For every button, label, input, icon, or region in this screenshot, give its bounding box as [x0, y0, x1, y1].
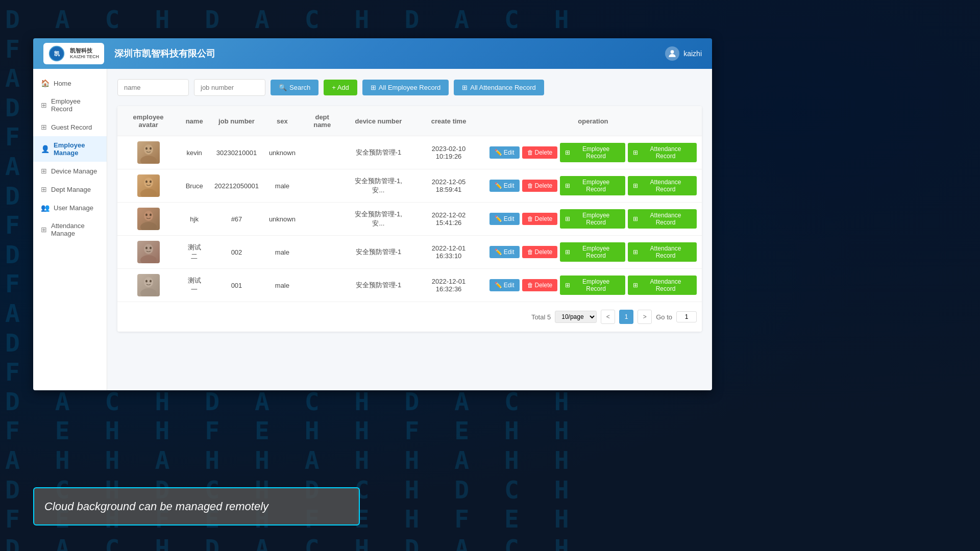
cell-device-number: 安全预防管理-1,安... — [344, 203, 413, 236]
delete-button-3[interactable]: 🗑 Delete — [522, 246, 558, 258]
delete-button-1[interactable]: 🗑 Delete — [522, 180, 558, 192]
emp-record-icon-3: ⊞ — [565, 248, 570, 256]
cell-create-time: 2022-12-01 16:33:10 — [413, 236, 484, 269]
pagination: Total 5 10/page 20/page 50/page < 1 > Go… — [117, 302, 702, 332]
sidebar-item-home[interactable]: 🏠 Home — [33, 74, 107, 92]
svg-text:凯: 凯 — [54, 51, 60, 57]
cell-operations: ✏️ Edit 🗑 Delete ⊞ Employee Record ⊞ Att… — [484, 169, 702, 203]
all-attendance-record-button[interactable]: ⊞ All Attendance Record — [454, 80, 544, 95]
edit-button-4[interactable]: ✏️ Edit — [489, 279, 520, 291]
cell-dept-name — [301, 203, 344, 236]
home-icon: 🏠 — [41, 79, 50, 87]
user-area: kaizhi — [665, 46, 702, 61]
employee-record-button-1[interactable]: ⊞ Employee Record — [560, 176, 625, 195]
body: 🏠 Home ⊞ Employee Record ⊞ Guest Record … — [33, 69, 712, 390]
notification-bar: Cloud background can be managed remotely — [33, 487, 360, 525]
sidebar-item-guest-record[interactable]: ⊞ Guest Record — [33, 118, 107, 136]
attendance-manage-icon: ⊞ — [41, 226, 47, 234]
page-1-button[interactable]: 1 — [619, 310, 633, 324]
table-row: kevin 30230210001 unknown 安全预防管理-1 2023-… — [117, 136, 702, 169]
guest-record-icon: ⊞ — [41, 123, 47, 131]
sidebar-device-manage-label: Device Manage — [51, 167, 97, 175]
name-input[interactable] — [117, 79, 189, 96]
cell-sex: male — [264, 169, 301, 203]
att-record-icon-3: ⊞ — [633, 248, 638, 256]
delete-button-4[interactable]: 🗑 Delete — [522, 279, 558, 291]
all-employee-record-button[interactable]: ⊞ All Employee Record — [362, 80, 449, 95]
sidebar-item-attendance-manage[interactable]: ⊞ Attendance Manage — [33, 217, 107, 242]
svg-point-19 — [140, 255, 157, 263]
user-manage-icon: 👥 — [41, 204, 50, 212]
edit-button-3[interactable]: ✏️ Edit — [489, 246, 520, 258]
svg-point-14 — [140, 222, 157, 230]
employee-record-button-0[interactable]: ⊞ Employee Record — [560, 143, 625, 162]
cell-device-number: 安全预防管理-1 — [344, 236, 413, 269]
att-record-icon-0: ⊞ — [633, 149, 638, 156]
cell-device-number: 安全预防管理-1,安... — [344, 169, 413, 203]
cell-name: Bruce — [179, 169, 209, 203]
att-record-icon-2: ⊞ — [633, 215, 638, 222]
sidebar-item-device-manage[interactable]: ⊞ Device Manage — [33, 162, 107, 180]
goto-label: Go to — [656, 313, 672, 321]
avatar-2 — [137, 208, 160, 230]
sidebar: 🏠 Home ⊞ Employee Record ⊞ Guest Record … — [33, 69, 107, 390]
sidebar-item-employee-manage[interactable]: 👤 Employee Manage — [33, 136, 107, 162]
edit-button-0[interactable]: ✏️ Edit — [489, 146, 520, 159]
edit-icon-2: ✏️ — [495, 215, 502, 222]
attendance-record-button-2[interactable]: ⊞ Attendance Record — [628, 209, 697, 229]
attendance-record-button-4[interactable]: ⊞ Attendance Record — [628, 276, 697, 295]
cell-dept-name — [301, 269, 344, 302]
edit-button-1[interactable]: ✏️ Edit — [489, 180, 520, 192]
user-avatar-icon — [665, 46, 679, 61]
avatar-1 — [137, 174, 160, 197]
attendance-record-button-3[interactable]: ⊞ Attendance Record — [628, 242, 697, 262]
emp-record-icon-0: ⊞ — [565, 149, 570, 156]
add-button[interactable]: + Add — [324, 80, 357, 95]
sidebar-item-employee-record[interactable]: ⊞ Employee Record — [33, 92, 107, 118]
goto-input[interactable] — [676, 311, 697, 322]
table-row: Bruce 202212050001 male 安全预防管理-1,安... 20… — [117, 169, 702, 203]
cell-operations: ✏️ Edit 🗑 Delete ⊞ Employee Record ⊞ Att… — [484, 236, 702, 269]
delete-button-0[interactable]: 🗑 Delete — [522, 146, 558, 159]
sidebar-employee-manage-label: Employee Manage — [54, 141, 99, 157]
avatar-0 — [137, 141, 160, 164]
table-header-row: employee avatar name job number sex dept… — [117, 106, 702, 136]
emp-record-icon-4: ⊞ — [565, 282, 570, 289]
cell-job-number: 30230210001 — [209, 136, 264, 169]
prev-page-button[interactable]: < — [601, 310, 615, 324]
sidebar-item-dept-manage[interactable]: ⊞ Dept Manage — [33, 180, 107, 198]
employee-record-button-3[interactable]: ⊞ Employee Record — [560, 242, 625, 262]
attendance-record-button-1[interactable]: ⊞ Attendance Record — [628, 176, 697, 195]
employee-record-button-2[interactable]: ⊞ Employee Record — [560, 209, 625, 229]
dept-manage-icon: ⊞ — [41, 185, 47, 193]
svg-point-12 — [150, 181, 152, 183]
employee-record-icon: ⊞ — [41, 101, 47, 109]
search-icon: 🔍 — [279, 84, 287, 91]
search-button[interactable]: 🔍 Search — [271, 80, 318, 95]
next-page-button[interactable]: > — [638, 310, 652, 324]
delete-icon-4: 🗑 — [527, 282, 533, 289]
job-number-input[interactable] — [194, 79, 265, 96]
delete-icon-2: 🗑 — [527, 215, 533, 222]
attendance-record-button-0[interactable]: ⊞ Attendance Record — [628, 143, 697, 162]
sidebar-dept-manage-label: Dept Manage — [51, 186, 91, 193]
delete-button-2[interactable]: 🗑 Delete — [522, 213, 558, 225]
svg-point-11 — [145, 181, 148, 183]
avatar-4 — [137, 274, 160, 296]
cell-dept-name — [301, 169, 344, 203]
table-row: 测试二 002 male 安全预防管理-1 2022-12-01 16:33:1… — [117, 236, 702, 269]
per-page-select[interactable]: 10/page 20/page 50/page — [555, 311, 597, 323]
employee-record-button-4[interactable]: ⊞ Employee Record — [560, 276, 625, 295]
company-name: 深圳市凯智科技有限公司 — [114, 47, 665, 60]
sidebar-attendance-manage-label: Attendance Manage — [51, 222, 99, 237]
sidebar-employee-record-label: Employee Record — [51, 97, 99, 113]
cell-name: 测试一 — [179, 269, 209, 302]
cell-create-time: 2022-12-05 18:59:41 — [413, 169, 484, 203]
edit-button-2[interactable]: ✏️ Edit — [489, 213, 520, 225]
notification-text: Cloud background can be managed remotely — [44, 500, 268, 513]
svg-point-4 — [140, 156, 157, 164]
employee-manage-icon: 👤 — [41, 145, 50, 153]
svg-point-9 — [140, 189, 157, 197]
logo-icon: 凯 — [48, 45, 65, 62]
sidebar-item-user-manage[interactable]: 👥 User Manage — [33, 198, 107, 217]
